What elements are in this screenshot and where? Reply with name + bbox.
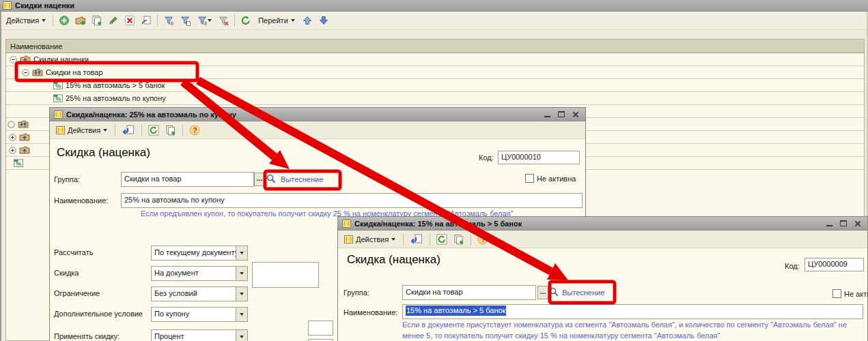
name-field[interactable]: 25% на автоэмаль по купону	[121, 193, 583, 208]
actions-menu-label: Действия	[68, 126, 100, 134]
app-screen: Скидки наценки Действия Перейти	[0, 0, 868, 341]
set-deletion-mark-button[interactable]	[139, 14, 154, 28]
dialog-discount-15: Скидка/наценка: 15% на автоэмаль > 5 бан…	[337, 216, 868, 341]
group-field[interactable]: Скидки на товар	[402, 285, 536, 300]
main-window-titlebar: Скидки наценки	[0, 0, 868, 12]
calculate-combo[interactable]: По текущему документу	[151, 246, 248, 261]
help-button[interactable]	[475, 232, 490, 246]
help-button[interactable]	[187, 123, 202, 137]
copy-add-icon	[453, 234, 464, 245]
add-group-icon	[75, 15, 86, 26]
tree-row-product-discounts[interactable]: Скидки на товар	[6, 66, 864, 79]
actions-menu-button[interactable]: Действия	[341, 233, 399, 246]
dialog-title: Скидка/наценка: 25% на автоэмаль по купо…	[66, 110, 236, 119]
toolbar-separator	[157, 14, 158, 27]
minimize-button[interactable]	[825, 220, 833, 228]
percent-value-field[interactable]	[308, 321, 333, 336]
deletion-mark-icon	[141, 15, 152, 26]
inactive-checkbox[interactable]	[525, 174, 534, 183]
maximize-button[interactable]	[557, 110, 565, 119]
combo-drop-button[interactable]	[236, 246, 247, 260]
discount-combo[interactable]: На документ	[151, 266, 248, 281]
combo-drop-button[interactable]	[236, 267, 247, 280]
column-header-name[interactable]: Наименование	[6, 40, 864, 53]
restriction-label: Ограничение	[54, 289, 100, 297]
combo-drop-button[interactable]	[236, 308, 247, 321]
discount-extra-field[interactable]	[252, 262, 319, 288]
calculate-label: Рассчитать	[54, 248, 93, 256]
toolbar-separator	[115, 124, 115, 136]
save-and-close-button[interactable]	[120, 123, 137, 137]
inactive-checkbox[interactable]	[832, 289, 841, 298]
maximize-button[interactable]	[839, 220, 848, 228]
save-and-close-button[interactable]	[408, 232, 425, 246]
1c-form-icon	[54, 110, 63, 119]
help-icon	[189, 125, 200, 136]
close-button[interactable]	[572, 110, 580, 119]
minimize-button[interactable]	[543, 110, 551, 119]
goto-menu-button[interactable]: Перейти	[255, 14, 298, 27]
filter-sort-icon	[163, 15, 174, 26]
copy-button[interactable]	[89, 14, 104, 28]
code-field[interactable]: ЦУ0000009	[804, 258, 864, 271]
discount-hint-line1: Если в документе присутствует номенклату…	[402, 321, 847, 329]
group-lookup-button[interactable]: ...	[537, 286, 548, 299]
actions-menu-button[interactable]: Действия	[3, 14, 49, 27]
refresh-button[interactable]	[238, 14, 253, 28]
tree-row-discount-25[interactable]: 25% на автоэмаль по купону	[6, 92, 864, 105]
group-open-magnifier-icon[interactable]	[549, 287, 559, 297]
dialog-titlebar[interactable]: Скидка/наценка: 15% на автоэмаль > 5 бан…	[338, 217, 867, 231]
combo-drop-button[interactable]	[236, 287, 247, 301]
collapse-toggle-icon[interactable]	[10, 56, 17, 63]
clear-filter-icon	[218, 15, 229, 26]
main-toolbar: Действия Перейти	[0, 12, 868, 30]
chevron-down-icon	[291, 19, 295, 22]
expand-toggle-icon[interactable]	[9, 147, 16, 154]
restriction-combo[interactable]: Без условий	[151, 286, 248, 301]
displacement-link[interactable]: Вытеснение	[281, 175, 323, 183]
name-label: Наименование:	[54, 196, 108, 205]
close-button[interactable]	[854, 220, 862, 228]
apply-discount-combo[interactable]: Процент	[151, 329, 248, 341]
delete-button[interactable]	[122, 14, 137, 28]
chevron-down-icon	[240, 293, 244, 295]
reread-button[interactable]	[146, 123, 161, 137]
copy-add-button[interactable]	[451, 232, 466, 246]
tree-row-discounts-root[interactable]: Скидки наценки	[6, 53, 864, 66]
folder-group-icon	[20, 55, 31, 63]
extra-condition-combo[interactable]: По купону	[151, 307, 248, 322]
move-down-button[interactable]	[316, 14, 331, 28]
add-button[interactable]	[57, 14, 72, 28]
filter-history-button[interactable]	[194, 14, 214, 28]
tree-row-discount-15[interactable]: 15% на автоэмаль > 5 банок	[6, 79, 864, 92]
tree-row-label: 15% на автоэмаль > 5 банок	[66, 81, 165, 89]
reread-button[interactable]	[434, 232, 449, 246]
group-field[interactable]: Скидки на товар	[121, 172, 254, 187]
name-field[interactable]: 15% на автоэмаль > 5 банок	[402, 304, 863, 319]
folder-group-icon	[19, 146, 30, 154]
move-up-button[interactable]	[300, 14, 315, 28]
filter-sort-button[interactable]	[161, 14, 176, 28]
collapse-toggle-icon[interactable]	[22, 69, 29, 76]
displacement-link[interactable]: Вытеснение	[562, 288, 604, 297]
combo-drop-button[interactable]	[236, 330, 247, 341]
inactive-label: Не активна	[844, 290, 868, 298]
code-field[interactable]: ЦУ0000010	[498, 151, 580, 164]
edit-button[interactable]	[106, 14, 121, 28]
toolbar-separator	[53, 14, 53, 27]
chevron-down-icon	[208, 19, 212, 22]
percent-item-icon	[53, 81, 63, 89]
save-and-close-icon	[410, 234, 423, 244]
group-label: Группа:	[54, 175, 80, 183]
filter-by-value-button[interactable]	[178, 14, 193, 28]
expand-toggle-icon[interactable]	[9, 134, 16, 141]
copy-add-button[interactable]	[163, 123, 178, 137]
1c-list-icon	[56, 126, 65, 134]
actions-menu-button[interactable]: Действия	[53, 124, 111, 136]
dialog-toolbar: Действия	[338, 231, 867, 248]
group-open-magnifier-icon[interactable]	[266, 174, 276, 183]
add-group-button[interactable]	[73, 14, 88, 28]
dialog-titlebar[interactable]: Скидка/наценка: 25% на автоэмаль по купо…	[50, 108, 585, 121]
clear-filter-button[interactable]	[216, 14, 231, 28]
group-lookup-button[interactable]: ...	[254, 173, 265, 186]
